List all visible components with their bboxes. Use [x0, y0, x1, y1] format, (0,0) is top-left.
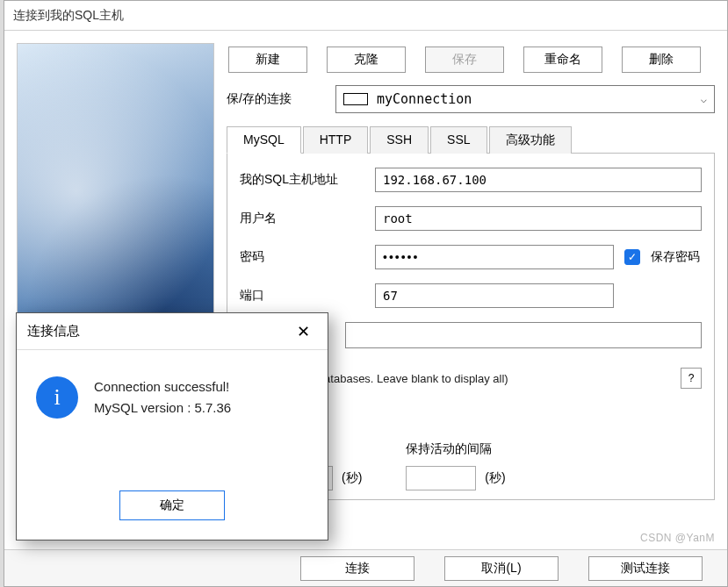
username-input[interactable]: [375, 206, 702, 231]
modal-footer: 确定: [17, 490, 328, 540]
saved-connection-label: 保/存的连接: [227, 91, 325, 107]
modal-titlebar: 连接信息 ✕: [17, 313, 328, 350]
save-password-checkbox[interactable]: ✓: [624, 249, 640, 265]
saved-connection-select[interactable]: myConnection ⌵: [335, 85, 715, 113]
window-title: 连接到我的SQL主机: [13, 8, 124, 24]
close-icon[interactable]: ✕: [290, 319, 317, 345]
new-button[interactable]: 新建: [228, 47, 307, 73]
connection-info-dialog: 连接信息 ✕ i Connection successful! MySQL ve…: [16, 312, 328, 540]
window-titlebar: 连接到我的SQL主机: [4, 1, 727, 31]
connect-button[interactable]: 连接: [300, 556, 414, 581]
password-input[interactable]: [375, 245, 614, 269]
host-label: 我的SQL主机地址: [240, 172, 366, 188]
test-connection-button[interactable]: 测试连接: [588, 556, 703, 581]
bottom-bar: 连接 取消(L) 测试连接: [4, 549, 727, 586]
tab-strip: MySQL HTTP SSH SSL 高级功能: [227, 125, 715, 154]
timeout-unit: (秒): [342, 470, 362, 486]
keepalive-label: 保持活动的间隔: [406, 441, 505, 457]
save-button[interactable]: 保存: [425, 47, 504, 73]
tab-http[interactable]: HTTP: [303, 126, 369, 154]
password-label: 密码: [240, 249, 366, 265]
tab-ssl[interactable]: SSL: [430, 126, 487, 154]
port-label: 端口: [240, 288, 366, 304]
modal-body: i Connection successful! MySQL version :…: [17, 350, 328, 490]
modal-line2: MySQL version : 5.7.36: [94, 397, 231, 419]
host-input[interactable]: [375, 168, 702, 192]
info-icon: i: [36, 376, 78, 419]
keepalive-input[interactable]: [406, 466, 476, 490]
modal-message: Connection successful! MySQL version : 5…: [94, 376, 231, 419]
ok-button[interactable]: 确定: [119, 490, 225, 520]
action-toolbar: 新建 克隆 保存 重命名 删除: [227, 43, 715, 85]
connection-color-swatch-icon: [343, 93, 368, 105]
cancel-button[interactable]: 取消(L): [444, 556, 559, 581]
modal-title: 连接信息: [27, 323, 80, 340]
modal-line1: Connection successful!: [94, 376, 231, 397]
keepalive-unit: (秒): [485, 470, 505, 486]
saved-connection-value: myConnection: [377, 91, 472, 107]
delete-button[interactable]: 删除: [622, 47, 701, 73]
saved-connection-row: 保/存的连接 myConnection ⌵: [227, 85, 715, 113]
username-label: 用户名: [240, 211, 366, 226]
tab-ssh[interactable]: SSH: [370, 126, 429, 154]
port-input[interactable]: [375, 283, 614, 308]
save-password-label: 保存密码: [651, 249, 700, 265]
database-input[interactable]: [345, 322, 702, 348]
tab-advanced[interactable]: 高级功能: [489, 126, 572, 154]
tab-mysql[interactable]: MySQL: [227, 126, 301, 154]
clone-button[interactable]: 克隆: [327, 47, 406, 73]
chevron-down-icon: ⌵: [701, 93, 707, 105]
rename-button[interactable]: 重命名: [523, 47, 602, 73]
help-button[interactable]: ?: [681, 368, 702, 389]
